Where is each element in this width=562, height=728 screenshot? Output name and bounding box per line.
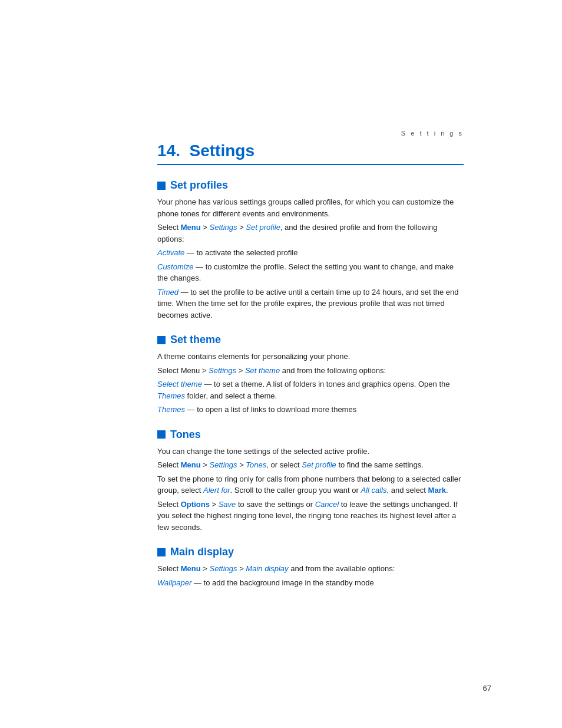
- section-icon-set-theme: [157, 336, 166, 344]
- section-title-tones: Tones: [170, 429, 201, 441]
- section-title-set-profiles: Set profiles: [170, 179, 228, 192]
- content-area: S e t t i n g s 14. Settings Set profile…: [28, 0, 534, 588]
- section-heading-set-profiles: Set profiles: [157, 179, 464, 192]
- set-theme-para-1: A theme contains elements for personaliz…: [157, 351, 464, 363]
- section-icon-main-display: [157, 548, 166, 556]
- tones-para-2: Select Menu > Settings > Tones, or selec…: [157, 459, 464, 471]
- page-number: 67: [483, 684, 491, 693]
- section-set-theme: Set theme A theme contains elements for …: [157, 334, 464, 416]
- tones-para-1: You can change the tone settings of the …: [157, 446, 464, 457]
- chapter-title: 14. Settings: [157, 141, 464, 165]
- section-title-set-theme: Set theme: [170, 334, 221, 346]
- tones-para-3: To set the phone to ring only for calls …: [157, 473, 464, 496]
- set-theme-para-2: Select Menu > Settings > Set theme and f…: [157, 365, 464, 377]
- main-display-para-1: Select Menu > Settings > Main display an…: [157, 563, 464, 575]
- set-profiles-para-3: Activate — to activate the selected prof…: [157, 247, 464, 259]
- set-profiles-para-5: Timed — to set the profile to be active …: [157, 286, 464, 321]
- set-profiles-para-4: Customize — to customize the profile. Se…: [157, 261, 464, 284]
- page: S e t t i n g s 14. Settings Set profile…: [0, 0, 562, 728]
- main-display-para-2: Wallpaper — to add the background image …: [157, 577, 464, 589]
- section-set-profiles: Set profiles Your phone has various sett…: [157, 179, 464, 321]
- section-heading-tones: Tones: [157, 429, 464, 441]
- section-tones: Tones You can change the tone settings o…: [157, 429, 464, 533]
- section-main-display: Main display Select Menu > Settings > Ma…: [157, 546, 464, 588]
- section-title-main-display: Main display: [170, 546, 234, 558]
- section-icon-tones: [157, 430, 166, 439]
- set-theme-para-3: Select theme — to set a theme. A list of…: [157, 378, 464, 401]
- section-icon-set-profiles: [157, 182, 166, 190]
- tones-para-4: Select Options > Save to save the settin…: [157, 499, 464, 533]
- section-heading-set-theme: Set theme: [157, 334, 464, 346]
- set-theme-para-4: Themes — to open a list of links to down…: [157, 404, 464, 416]
- set-profiles-para-2: Select Menu > Settings > Set profile, an…: [157, 222, 464, 245]
- set-profiles-para-1: Your phone has various settings groups c…: [157, 196, 464, 219]
- page-header-label: S e t t i n g s: [157, 130, 464, 137]
- section-heading-main-display: Main display: [157, 546, 464, 558]
